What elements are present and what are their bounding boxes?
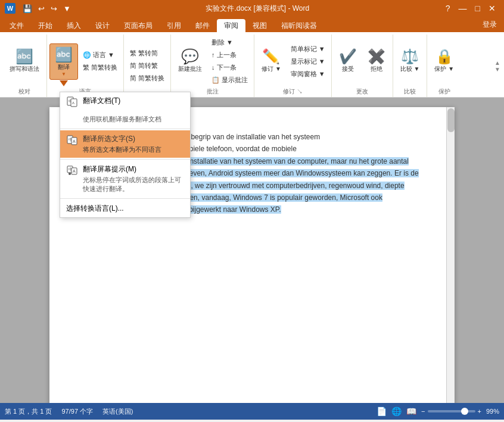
menu-separator-1	[60, 129, 190, 129]
compare-group-label: 比较	[393, 86, 427, 97]
compare-button[interactable]: ⚖️ 比较 ▼	[396, 47, 425, 76]
review-pane-button[interactable]: 审阅窗格 ▼	[287, 68, 329, 80]
zoom-thumb[interactable]	[461, 408, 468, 415]
translate-online-text: 使用联机翻译服务翻译文档	[83, 115, 184, 124]
tab-mail[interactable]: 邮件	[188, 19, 217, 32]
zoom-minus-button[interactable]: −	[421, 408, 425, 415]
status-bar: 第 1 页，共 1 页 97/97 个字 英语(美国) 📄 🌐 📖 − + 99…	[0, 403, 504, 420]
translate-label: 翻译	[58, 63, 70, 71]
status-right: 📄 🌐 📖 − + 99%	[377, 407, 499, 416]
spell-icon: 🔤	[15, 49, 33, 64]
translate-tooltip-icon: 中 A	[66, 164, 78, 176]
delete-comment-button[interactable]: 删除 ▼	[208, 37, 251, 48]
simp-to-trad-button[interactable]: 简 简转繁	[126, 60, 168, 71]
zoom-plus-button[interactable]: +	[478, 408, 481, 415]
svg-text:A: A	[73, 169, 76, 173]
group-comments: 💬 新建批注 删除 ▼ ↑ 上一条 ↓ 下一条 📋 显示批注 批注	[171, 35, 254, 97]
revision-icon: ✏️	[262, 49, 280, 64]
window-controls: ? — □ ✕	[442, 2, 499, 14]
word-icon: W	[5, 3, 15, 14]
spell-group-label: 校对	[2, 86, 46, 97]
prev-comment-button[interactable]: ↑ 上一条	[208, 49, 251, 61]
show-markup-button[interactable]: 显示标记 ▼	[287, 56, 329, 67]
revision-button[interactable]: ✏️ 修订 ▼	[257, 47, 286, 76]
language-group-content: 🔤 翻译 ▼ 🌐 语言 ▼ 繁 简繁转换	[47, 35, 123, 86]
scrollbar-thumb[interactable]	[447, 108, 455, 132]
reject-button[interactable]: ✖️ 拒绝	[363, 47, 390, 76]
ribbon-scroll: ▲ ▼	[493, 35, 502, 97]
protect-button[interactable]: 🔒 保护 ▼	[430, 47, 459, 76]
menu-separator-2	[60, 159, 190, 160]
tab-design[interactable]: 设计	[88, 19, 117, 32]
view-normal-icon[interactable]: 📄	[377, 407, 387, 416]
translate-button[interactable]: 🔤 翻译 ▼	[49, 43, 78, 80]
redo-button[interactable]: ↪	[48, 3, 60, 14]
translate-icon: 🔤	[55, 46, 73, 63]
new-comment-button[interactable]: 💬 新建批注	[173, 47, 207, 76]
changes-group-content: ✔️ 接受 ✖️ 拒绝	[332, 35, 393, 86]
translate-doc-text: 翻译文档(T)	[83, 96, 184, 106]
translate-selected-icon: 中 A	[66, 134, 78, 146]
revision-group-content: ✏️ 修订 ▼ 简单标记 ▼ 显示标记 ▼ 审阅窗格 ▼	[254, 35, 331, 86]
ribbon-tabs: 文件 开始 插入 设计 页面布局 引用 邮件 审阅 视图 福昕阅读器 登录	[0, 17, 504, 32]
view-read-icon[interactable]: 📖	[406, 407, 416, 416]
svg-point-12	[69, 173, 71, 175]
show-comments-button[interactable]: 📋 显示批注	[208, 74, 251, 86]
menu-item-translate-doc[interactable]: 中 A 翻译文档(T)	[60, 92, 190, 111]
tab-file[interactable]: 文件	[2, 19, 31, 32]
comments-group-content: 💬 新建批注 删除 ▼ ↑ 上一条 ↓ 下一条 📋 显示批注	[171, 35, 254, 86]
menu-item-translate-selected[interactable]: 中 A 翻译所选文字(S) 将所选文本翻译为不同语言	[60, 130, 190, 158]
group-revision: ✏️ 修订 ▼ 简单标记 ▼ 显示标记 ▼ 审阅窗格 ▼ 修订 ↘	[254, 35, 332, 97]
ribbon: 🔤 拼写和语法 校对 🔤 翻译 ▼ 🌐 语言 ▼ 繁	[0, 32, 504, 98]
maximize-button[interactable]: □	[472, 2, 484, 14]
tab-view[interactable]: 视图	[245, 19, 274, 32]
undo-button[interactable]: ↩	[36, 3, 47, 14]
zoom-track[interactable]	[428, 410, 475, 412]
login-button[interactable]: 登录	[478, 17, 502, 32]
tab-layout[interactable]: 页面布局	[117, 19, 160, 32]
save-button[interactable]: 💾	[20, 3, 35, 14]
compare-icon: ⚖️	[401, 49, 419, 64]
document-scrollbar[interactable]	[446, 107, 455, 403]
page-info: 第 1 页，共 1 页	[5, 407, 52, 416]
minimize-button[interactable]: —	[455, 2, 471, 14]
menu-item-lang-select[interactable]: 选择转换语言(L)...	[60, 200, 190, 217]
simp-trad-convert-button[interactable]: 简 简繁转换	[126, 73, 168, 84]
simple-markup-button[interactable]: 简单标记 ▼	[287, 43, 329, 55]
simp-trad-icon: 繁	[83, 63, 89, 72]
group-language: 🔤 翻译 ▼ 🌐 语言 ▼ 繁 简繁转换 语言	[47, 35, 124, 97]
lang-select-text: 选择转换语言(L)...	[66, 204, 184, 214]
tab-references[interactable]: 引用	[160, 19, 188, 32]
svg-text:A: A	[72, 101, 74, 105]
simp-trad-button[interactable]: 繁 简繁转换	[79, 62, 121, 73]
spell-check-button[interactable]: 🔤 拼写和语法	[5, 47, 44, 76]
qat-dropdown-button[interactable]: ▼	[61, 3, 73, 14]
new-comment-icon: 💬	[181, 49, 199, 64]
translate-language-button[interactable]: 🌐 语言 ▼	[79, 49, 121, 61]
status-left: 第 1 页，共 1 页 97/97 个字 英语(美国)	[5, 407, 133, 416]
group-changes: ✔️ 接受 ✖️ 拒绝 更改	[332, 35, 393, 97]
word-count: 97/97 个字	[61, 407, 93, 416]
help-button[interactable]: ?	[442, 2, 454, 14]
tab-foxit[interactable]: 福昕阅读器	[274, 19, 324, 32]
next-comment-button[interactable]: ↓ 下一条	[208, 62, 251, 73]
accept-button[interactable]: ✔️ 接受	[334, 47, 362, 76]
quick-access-toolbar: 💾 ↩ ↪ ▼	[20, 3, 73, 14]
menu-item-translate-online[interactable]: 使用联机翻译服务翻译文档	[60, 111, 190, 127]
group-simp-trad: 繁 繁转简 简 简转繁 简 简繁转换	[124, 35, 171, 97]
trad-to-simp-button[interactable]: 繁 繁转简	[126, 48, 168, 59]
zoom-level[interactable]: 99%	[486, 408, 499, 415]
protect-group-label: 保护	[427, 86, 461, 97]
translate-doc-icon: 中 A	[66, 96, 78, 108]
svg-text:A: A	[73, 139, 76, 143]
view-web-icon[interactable]: 🌐	[391, 407, 402, 416]
tab-home[interactable]: 开始	[31, 19, 60, 32]
menu-item-translate-tooltip[interactable]: 中 A 翻译屏幕提示(M) 光标悬停在字词或所选的段落上可快速进行翻译。	[60, 161, 190, 197]
ribbon-scroll-up[interactable]: ▲	[494, 60, 500, 66]
tab-review[interactable]: 审阅	[217, 19, 245, 32]
tab-insert[interactable]: 插入	[60, 19, 88, 32]
lang-indicator[interactable]: 英语(美国)	[102, 407, 133, 416]
ribbon-scroll-down[interactable]: ▼	[494, 66, 500, 73]
close-button[interactable]: ✕	[485, 2, 499, 14]
compare-group-content: ⚖️ 比较 ▼	[393, 35, 427, 86]
